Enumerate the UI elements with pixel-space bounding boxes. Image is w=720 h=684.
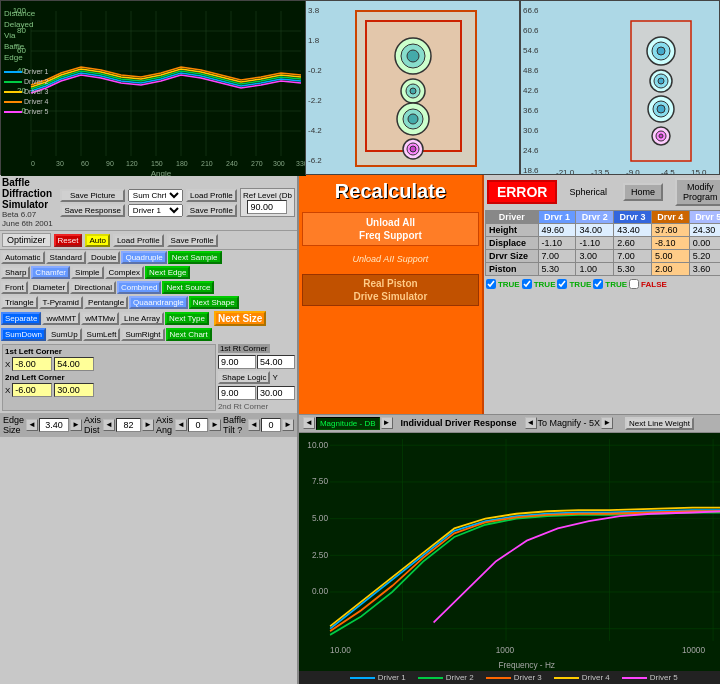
cb3[interactable] [557, 279, 567, 289]
baffle-tilt-down[interactable]: ◄ [248, 419, 260, 431]
baffle-tilt-input[interactable] [261, 418, 281, 432]
automatic-btn[interactable]: Automatic [1, 251, 45, 264]
tpyramid-btn[interactable]: T-Pyramid [39, 296, 83, 309]
load-profile-btn2[interactable]: Load Profile [113, 234, 164, 247]
idr-down2[interactable]: ◄ [525, 417, 537, 429]
modify-program-button[interactable]: Modify Program [675, 178, 720, 206]
diameter-btn[interactable]: Diameter [29, 281, 69, 294]
drive-simulator-label: Drive Simulator [353, 291, 427, 302]
cell-p3: 5.30 [614, 263, 652, 276]
cb5-label: FALSE [641, 280, 667, 289]
reset-button[interactable]: Reset [54, 234, 83, 247]
svg-rect-46 [4, 91, 22, 93]
cell-h2: 34.00 [576, 224, 614, 237]
sharp-btn[interactable]: Sharp [1, 266, 30, 279]
triangle-btn[interactable]: Triangle [1, 296, 38, 309]
auto-button[interactable]: Auto [85, 234, 109, 247]
save-profile-btn2[interactable]: Save Profile [167, 234, 218, 247]
cell-ds2: 3.00 [576, 250, 614, 263]
next-size-btn[interactable]: Next Size [214, 311, 266, 326]
edge-size-input[interactable] [39, 418, 69, 432]
axis-dist-down[interactable]: ◄ [103, 419, 115, 431]
sumdown-btn[interactable]: SumDown [1, 328, 46, 341]
chamfer-btn[interactable]: Chamfer [31, 266, 70, 279]
legend-label-driver3: Driver 3 [514, 673, 542, 682]
load-profile-button[interactable]: Load Profile [186, 189, 237, 202]
driver-select[interactable]: Driver 1 [128, 204, 183, 217]
directional-btn[interactable]: Directional [70, 281, 116, 294]
save-response-button[interactable]: Save Response [60, 204, 124, 217]
save-profile-button[interactable]: Save Profile [186, 204, 237, 217]
separate-btn[interactable]: Separate [1, 312, 41, 325]
shape-logic-btn[interactable]: Shape Logic [218, 371, 270, 384]
combined-btn[interactable]: Combined [117, 281, 161, 294]
axis-ang-input[interactable] [188, 418, 208, 432]
cell-d1: -1.10 [538, 237, 576, 250]
front-btn[interactable]: Front [1, 281, 28, 294]
sumright-btn[interactable]: SumRight [121, 328, 164, 341]
next-shape-btn[interactable]: Next Shape [189, 296, 239, 309]
cb1[interactable] [486, 279, 496, 289]
wwmmt-btn[interactable]: wwMMT [42, 312, 80, 325]
edge-size-down[interactable]: ◄ [26, 419, 38, 431]
home-button[interactable]: Home [623, 183, 663, 201]
middle-speaker-viz: 3.8 1.8 -0.2 -2.2 -4.2 -6.2 [305, 0, 520, 175]
axis-dist-input[interactable] [116, 418, 141, 432]
standard-btn[interactable]: Standard [46, 251, 86, 264]
baffle-tilt-up[interactable]: ► [282, 419, 294, 431]
svg-text:-0.2: -0.2 [308, 66, 322, 75]
legend-label-driver2: Driver 2 [446, 673, 474, 682]
x1-input[interactable] [12, 357, 52, 371]
svg-text:30.6: 30.6 [523, 126, 539, 135]
cell-ds1: 7.00 [538, 250, 576, 263]
wmtmw-btn[interactable]: wMTMw [81, 312, 119, 325]
next-type-btn[interactable]: Next Type [165, 312, 209, 325]
axis-dist-up[interactable]: ► [142, 419, 154, 431]
y2-input[interactable] [54, 383, 94, 397]
idr-up[interactable]: ► [381, 417, 393, 429]
save-picture-button[interactable]: Save Picture [60, 189, 124, 202]
next-sample-btn[interactable]: Next Sample [168, 251, 222, 264]
next-line-weight-btn[interactable]: Next Line Weight [625, 417, 694, 430]
next-edge-btn[interactable]: Next Edge [145, 266, 190, 279]
x3-input[interactable] [218, 355, 256, 369]
double-btn[interactable]: Double [87, 251, 120, 264]
simple-btn[interactable]: Simple [71, 266, 103, 279]
magnitude-label: Magnitude - DB [316, 417, 380, 430]
x-label2: X [5, 386, 10, 395]
quadrangle-btn[interactable]: Quaandrangle [129, 296, 188, 309]
cb5[interactable] [629, 279, 639, 289]
next-source-btn[interactable]: Next Source [162, 281, 214, 294]
axis-ang-up[interactable]: ► [209, 419, 221, 431]
first-left-corner-label: 1st Left Corner [5, 347, 213, 356]
col-drvr2: Drvr 2 [576, 211, 614, 224]
cell-p4: 2.00 [651, 263, 689, 276]
svg-text:Delayed: Delayed [4, 20, 33, 29]
cell-d3: 2.60 [614, 237, 652, 250]
y3-input[interactable] [257, 355, 295, 369]
axis-ang-down[interactable]: ◄ [175, 419, 187, 431]
sum-chart-select[interactable]: Sum Chrt [128, 189, 183, 202]
svg-text:240: 240 [226, 160, 238, 167]
x2-input[interactable] [12, 383, 52, 397]
ref-level-input[interactable] [247, 200, 287, 214]
sumup-btn[interactable]: SumUp [47, 328, 82, 341]
sumleft-btn[interactable]: SumLeft [83, 328, 121, 341]
idr-down[interactable]: ◄ [303, 417, 315, 429]
linearray-btn[interactable]: Line Array [120, 312, 164, 325]
complex-btn[interactable]: Complex [105, 266, 145, 279]
idr-up2[interactable]: ► [601, 417, 613, 429]
svg-text:60.6: 60.6 [523, 26, 539, 35]
legend-line-driver5 [622, 677, 647, 679]
svg-text:120: 120 [126, 160, 138, 167]
cb4[interactable] [593, 279, 603, 289]
svg-text:-9.0: -9.0 [626, 168, 640, 175]
next-chart-btn[interactable]: Next Chart [166, 328, 212, 341]
y4-input[interactable] [257, 386, 295, 400]
edge-size-up[interactable]: ► [70, 419, 82, 431]
x4-input[interactable] [218, 386, 256, 400]
y1-input[interactable] [54, 357, 94, 371]
quadruple-btn[interactable]: Quadruple [121, 251, 166, 264]
pentangle-btn[interactable]: Pentangle [84, 296, 128, 309]
cb2[interactable] [522, 279, 532, 289]
